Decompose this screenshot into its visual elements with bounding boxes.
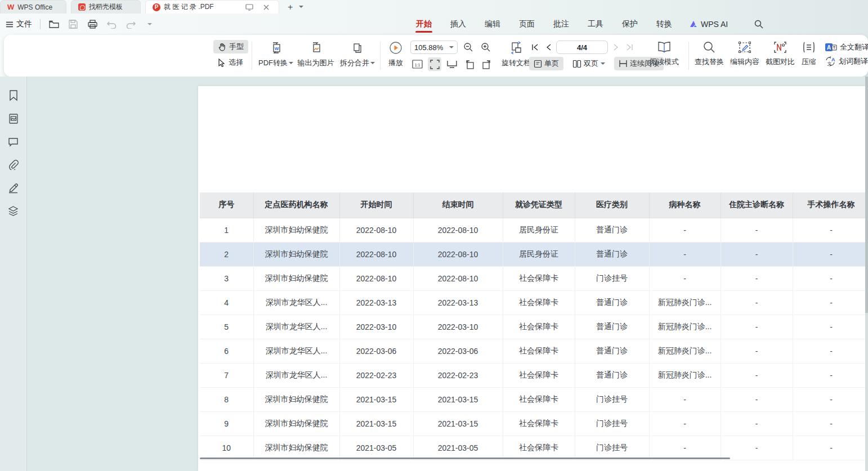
tab-docer-templates[interactable]: 找稻壳模板 [71, 0, 141, 14]
table-cell: 10 [200, 436, 253, 460]
vertical-scrollbar[interactable] [865, 77, 868, 471]
table-body: 1深圳市妇幼保健院2022-08-102022-08-10居民身份证普通门诊--… [200, 218, 868, 460]
wps-ai-button[interactable]: WPS AI [689, 20, 728, 29]
fit-width-icon[interactable] [445, 57, 459, 71]
full-text-translate-label: 全文翻译 [840, 42, 868, 52]
table-cell: 8 [200, 387, 253, 411]
table-cell: 2021-03-15 [339, 411, 413, 436]
ribbon-tab-insert[interactable]: 插入 [449, 15, 468, 34]
table-cell: 1 [200, 218, 253, 242]
table-cell: 深圳市龙华区人... [253, 339, 339, 363]
compress-button[interactable]: 压缩 [797, 41, 821, 67]
cursor-icon [218, 59, 226, 67]
undo-icon[interactable] [106, 19, 117, 30]
layers-icon[interactable] [7, 204, 20, 218]
previous-page-icon[interactable] [543, 41, 554, 54]
hand-tool-button[interactable]: 手型 [213, 40, 248, 53]
left-panel-strip [0, 77, 27, 471]
zoom-out-icon[interactable] [462, 41, 475, 54]
select-tool-label: 选择 [229, 57, 243, 68]
zoom-value[interactable] [414, 43, 447, 52]
ribbon-tab-protect[interactable]: 保护 [620, 15, 639, 34]
table-cell: - [793, 218, 868, 242]
table-cell: - [793, 315, 868, 339]
close-icon[interactable] [261, 2, 272, 13]
table-horizontal-scrollbar[interactable] [200, 457, 730, 459]
thumbnail-icon[interactable] [7, 112, 20, 125]
bookmark-icon[interactable] [7, 89, 20, 102]
signature-icon[interactable] [7, 181, 20, 195]
quick-access-dropdown-icon[interactable] [144, 19, 155, 30]
table-row: 5深圳市龙华区人...2022-03-102022-03-10社会保障卡普通门诊… [200, 315, 868, 339]
page-indicator-value[interactable] [560, 43, 605, 52]
zoom-dropdown-icon[interactable] [449, 46, 454, 48]
actual-size-icon[interactable]: 1:1 [410, 57, 424, 71]
split-merge-button[interactable]: 拆分合并 [337, 41, 378, 68]
document-canvas: 序号 定点医药机构名称 开始时间 结束时间 就诊凭证类型 医疗类别 病种名称 住… [0, 77, 868, 471]
tab-label: 就 医 记 录 .PDF [164, 2, 214, 12]
table-cell: 社会保障卡 [503, 290, 575, 315]
pdf-convert-button[interactable]: W PDF转换 [257, 41, 294, 68]
first-page-icon[interactable] [529, 41, 540, 54]
tab-pdf-document[interactable]: P 就 医 记 录 .PDF [145, 0, 279, 14]
new-tab-button[interactable]: ＋ [284, 0, 297, 14]
comment-icon[interactable] [7, 135, 20, 149]
table-cell: 2022-02-23 [339, 363, 413, 387]
table-cell: 2022-08-10 [339, 218, 413, 242]
save-icon[interactable] [68, 19, 79, 30]
vertical-scrollbar-thumb[interactable] [865, 77, 868, 313]
ribbon-tab-home[interactable]: 开始 [414, 15, 433, 34]
table-cell: 普通门诊 [575, 218, 649, 242]
ribbon-tabs: 开始 插入 编辑 页面 批注 工具 保护 转换 WPS AI [414, 14, 764, 35]
single-page-button[interactable]: 单页 [529, 57, 563, 70]
ribbon-tab-tools[interactable]: 工具 [586, 15, 605, 34]
table-cell: 门诊挂号 [575, 436, 649, 460]
zoom-level-input[interactable] [410, 41, 458, 54]
play-button[interactable]: 播放 [384, 41, 407, 68]
rotate-left-icon[interactable] [463, 57, 476, 71]
export-image-label: 输出为图片 [298, 58, 334, 68]
table-cell: - [721, 363, 793, 387]
fit-page-icon[interactable] [428, 57, 441, 71]
rotate-document-button[interactable]: 旋转文档 [499, 41, 533, 68]
find-replace-button[interactable]: 查找替换 [692, 41, 727, 67]
table-cell: 居民身份证 [503, 218, 575, 242]
open-folder-icon[interactable] [48, 19, 60, 30]
screenshot-compare-button[interactable]: 截图对比 [763, 41, 798, 67]
col-header-start-time: 开始时间 [339, 192, 413, 218]
last-page-icon[interactable] [624, 41, 635, 54]
table-cell: 2022-03-10 [339, 315, 413, 339]
print-icon[interactable] [87, 19, 98, 30]
single-page-label: 单页 [544, 59, 559, 69]
pdf-convert-label: PDF转换 [258, 58, 288, 68]
ribbon-search-icon[interactable] [753, 19, 764, 30]
edit-content-button[interactable]: 编辑内容 [727, 41, 762, 67]
attachment-icon[interactable] [7, 158, 20, 172]
col-header-institution: 定点医药机构名称 [253, 192, 339, 218]
export-as-image-button[interactable]: 输出为图片 [296, 41, 336, 68]
redo-icon[interactable] [125, 19, 136, 30]
tab-list-dropdown[interactable] [297, 0, 306, 14]
read-mode-button[interactable]: 阅读模式 [647, 41, 682, 67]
table-cell: 居民身份证 [503, 242, 575, 266]
rotate-right-icon[interactable] [480, 57, 494, 71]
ribbon-tab-comment[interactable]: 批注 [552, 15, 571, 34]
zoom-in-icon[interactable] [479, 41, 493, 54]
double-page-button[interactable]: 双页 [568, 57, 610, 70]
monitor-icon[interactable] [244, 2, 255, 13]
full-text-translate-button[interactable]: A 全文翻译 [825, 42, 868, 52]
page-indicator-input[interactable] [556, 41, 608, 54]
word-translate-button[interactable]: 文 A 划词翻译 [825, 56, 868, 66]
next-page-icon[interactable] [610, 41, 621, 54]
ribbon-tab-edit[interactable]: 编辑 [483, 15, 502, 34]
select-tool-button[interactable]: 选择 [213, 56, 248, 69]
tab-wps-office[interactable]: W WPS Office [0, 0, 66, 14]
table-cell: 社会保障卡 [503, 411, 575, 436]
file-menu-button[interactable]: 文件 [6, 19, 32, 29]
play-icon [388, 41, 403, 55]
ribbon-tab-page[interactable]: 页面 [517, 15, 536, 34]
double-page-label: 双页 [584, 59, 598, 69]
table-cell: 普通门诊 [575, 290, 649, 315]
ribbon-tab-convert[interactable]: 转换 [655, 15, 674, 34]
svg-text:A: A [831, 57, 835, 62]
